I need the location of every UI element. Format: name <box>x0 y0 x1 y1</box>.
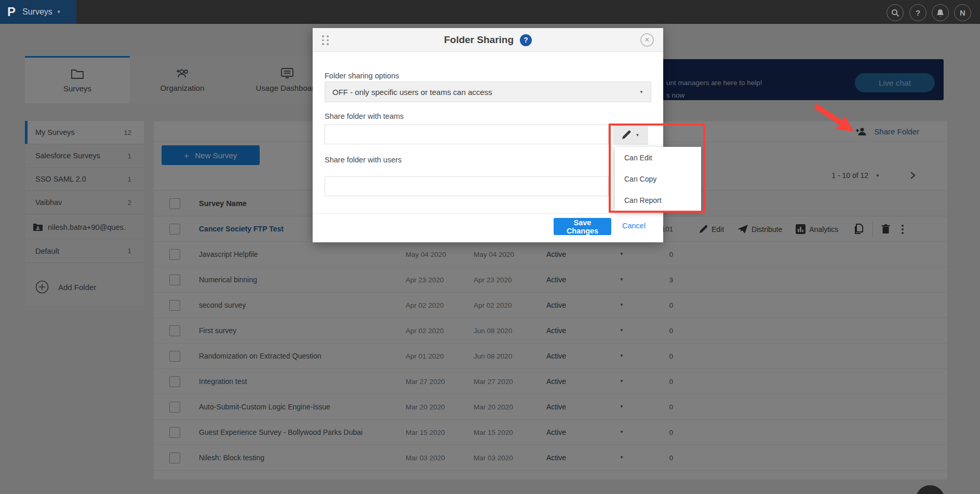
notifications-button[interactable] <box>932 4 949 21</box>
modal-header: Folder Sharing ? × <box>313 28 663 52</box>
sharing-options-label: Folder sharing options <box>325 72 399 80</box>
chevron-down-icon: ▼ <box>57 9 61 15</box>
help-icon[interactable]: ? <box>520 34 532 46</box>
cancel-button[interactable]: Cancel <box>622 222 646 230</box>
sharing-options-value: OFF - only specific users or teams can a… <box>332 88 492 97</box>
modal-title-wrap: Folder Sharing ? <box>313 28 663 52</box>
avatar-initial: N <box>960 8 965 17</box>
sharing-options-select[interactable]: OFF - only specific users or teams can a… <box>325 81 651 102</box>
share-teams-label: Share folder with teams <box>325 112 404 120</box>
close-icon[interactable]: × <box>640 33 654 47</box>
help-button[interactable]: ? <box>909 4 927 21</box>
user-avatar[interactable]: N <box>954 4 971 21</box>
share-users-label: Share folder with users <box>325 156 401 164</box>
bell-icon <box>936 9 944 17</box>
modal-footer-divider <box>313 213 663 214</box>
top-navigation-bar: P Surveys ▼ ? N <box>0 0 980 24</box>
search-icon <box>891 9 900 17</box>
questionpro-logo: P <box>7 6 16 18</box>
share-teams-input[interactable] <box>325 125 609 144</box>
annotation-arrow <box>808 100 865 139</box>
chevron-down-icon: ▼ <box>639 90 643 94</box>
product-switcher[interactable]: P Surveys ▼ <box>0 0 76 24</box>
save-changes-button[interactable]: Save Changes <box>554 218 611 235</box>
share-users-input[interactable] <box>325 176 609 196</box>
search-button[interactable] <box>887 4 904 21</box>
product-name: Surveys <box>22 7 52 17</box>
annotation-highlight-rectangle <box>609 124 705 213</box>
help-icon: ? <box>916 8 920 17</box>
modal-title: Folder Sharing <box>444 34 514 46</box>
